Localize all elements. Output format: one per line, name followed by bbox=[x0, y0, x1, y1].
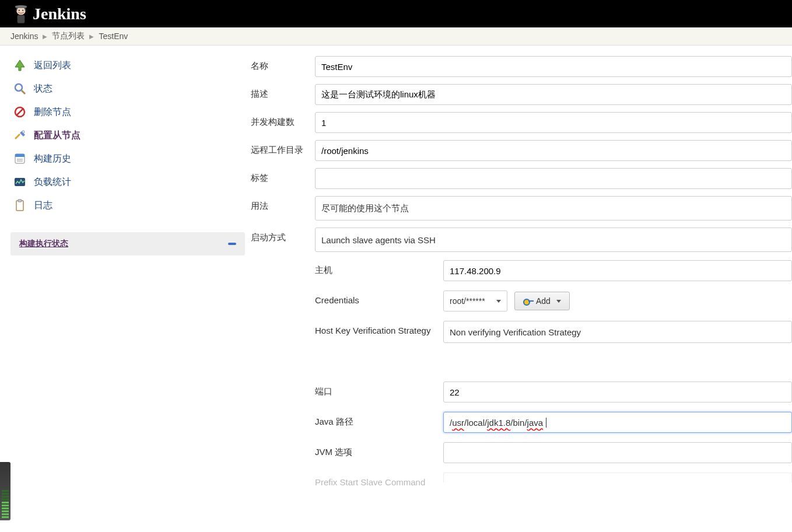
sidebar-item-label: 配置从节点 bbox=[34, 130, 80, 142]
executor-status-title: 构建执行状态 bbox=[19, 239, 68, 249]
sidebar: 返回列表 状态 删除节点 配置从节点 构建历史 负载统计 日志 构建执行状态 bbox=[0, 46, 251, 532]
label-host: 主机 bbox=[315, 260, 443, 276]
sidebar-item-configure[interactable]: 配置从节点 bbox=[10, 124, 245, 147]
monitor-icon bbox=[13, 175, 27, 189]
breadcrumb-item-nodes[interactable]: 节点列表 bbox=[52, 31, 85, 41]
name-input[interactable] bbox=[315, 56, 792, 77]
tags-input[interactable] bbox=[315, 168, 792, 189]
arrow-up-icon bbox=[13, 58, 27, 72]
java-path-input[interactable]: /usr/local/jdk1.8/bin/java bbox=[443, 412, 792, 433]
sidebar-item-back[interactable]: 返回列表 bbox=[10, 54, 245, 77]
usage-select[interactable]: 尽可能的使用这个节点 bbox=[315, 196, 792, 220]
launch-select-value: Launch slave agents via SSH bbox=[321, 235, 436, 245]
label-executors: 并发构建数 bbox=[251, 112, 315, 128]
text-cursor bbox=[544, 418, 546, 428]
sidebar-item-status[interactable]: 状态 bbox=[10, 77, 245, 100]
app-header: Jenkins bbox=[0, 0, 792, 27]
label-jvm-options: JVM 选项 bbox=[315, 442, 443, 458]
label-remote-root: 远程工作目录 bbox=[251, 140, 315, 156]
sidebar-item-label: 负载统计 bbox=[34, 176, 71, 188]
add-credentials-button[interactable]: Add bbox=[514, 292, 570, 310]
svg-line-9 bbox=[16, 108, 23, 116]
search-icon bbox=[13, 82, 27, 96]
label-tags: 标签 bbox=[251, 168, 315, 184]
label-usage: 用法 bbox=[251, 196, 315, 212]
label-credentials: Credentials bbox=[315, 290, 443, 305]
svg-rect-16 bbox=[16, 201, 23, 211]
label-launch: 启动方式 bbox=[251, 228, 315, 243]
svg-rect-17 bbox=[18, 200, 22, 202]
label-prefix-command: Prefix Start Slave Command bbox=[315, 473, 443, 487]
ssh-config-section: 主机 Credentials root/****** Add bbox=[315, 256, 792, 487]
credentials-select[interactable]: root/****** bbox=[443, 290, 507, 312]
remote-root-input[interactable] bbox=[315, 140, 792, 161]
chevron-right-icon: ▶ bbox=[43, 33, 47, 40]
clipboard-icon bbox=[13, 198, 27, 212]
tools-icon bbox=[13, 128, 27, 142]
label-port: 端口 bbox=[315, 382, 443, 397]
svg-line-7 bbox=[22, 90, 25, 94]
key-icon bbox=[523, 299, 532, 303]
label-java-path: Java 路径 bbox=[315, 412, 443, 428]
forbidden-icon bbox=[13, 105, 27, 119]
sidebar-item-log[interactable]: 日志 bbox=[10, 194, 245, 217]
description-input[interactable] bbox=[315, 84, 792, 105]
sidebar-item-label: 删除节点 bbox=[34, 106, 71, 118]
add-button-label: Add bbox=[536, 296, 551, 306]
sidebar-item-load[interactable]: 负载统计 bbox=[10, 170, 245, 194]
svg-point-5 bbox=[22, 9, 23, 10]
chevron-down-icon bbox=[496, 300, 501, 303]
collapse-icon[interactable] bbox=[228, 243, 236, 245]
credentials-select-value: root/****** bbox=[450, 296, 485, 306]
jvm-options-input[interactable] bbox=[443, 442, 792, 463]
breadcrumb-item-jenkins[interactable]: Jenkins bbox=[10, 32, 38, 41]
executor-status-panel[interactable]: 构建执行状态 bbox=[10, 232, 245, 256]
svg-point-2 bbox=[15, 5, 27, 8]
hostkey-select-value: Non verifying Verification Strategy bbox=[450, 327, 581, 337]
jenkins-logo[interactable]: Jenkins bbox=[12, 3, 86, 25]
svg-point-4 bbox=[19, 9, 20, 10]
feedback-widget[interactable] bbox=[0, 462, 10, 520]
svg-point-6 bbox=[15, 84, 22, 91]
host-input[interactable] bbox=[443, 260, 792, 281]
svg-point-10 bbox=[22, 131, 24, 133]
app-title: Jenkins bbox=[33, 5, 86, 23]
label-description: 描述 bbox=[251, 84, 315, 100]
launch-method-select[interactable]: Launch slave agents via SSH bbox=[315, 228, 792, 252]
port-input[interactable] bbox=[443, 382, 792, 402]
hostkey-strategy-select[interactable]: Non verifying Verification Strategy bbox=[443, 321, 792, 343]
label-hostkey-strategy: Host Key Verification Strategy bbox=[315, 321, 443, 335]
sidebar-item-label: 返回列表 bbox=[34, 60, 71, 72]
svg-rect-12 bbox=[15, 154, 24, 157]
label-name: 名称 bbox=[251, 56, 315, 72]
chevron-down-icon bbox=[556, 300, 561, 303]
chevron-right-icon: ▶ bbox=[89, 33, 94, 40]
executors-input[interactable] bbox=[315, 112, 792, 133]
usage-select-value: 尽可能的使用这个节点 bbox=[321, 203, 409, 214]
sidebar-item-label: 状态 bbox=[34, 83, 52, 95]
svg-rect-3 bbox=[17, 15, 25, 23]
history-icon bbox=[13, 152, 27, 166]
sidebar-item-delete[interactable]: 删除节点 bbox=[10, 100, 245, 124]
sidebar-item-label: 构建历史 bbox=[34, 153, 71, 165]
breadcrumb-item-testenv[interactable]: TestEnv bbox=[99, 32, 128, 41]
jenkins-icon bbox=[12, 3, 30, 25]
breadcrumb: Jenkins ▶ 节点列表 ▶ TestEnv bbox=[0, 27, 792, 46]
sidebar-item-history[interactable]: 构建历史 bbox=[10, 147, 245, 170]
prefix-command-input[interactable] bbox=[443, 473, 792, 482]
config-form: 名称 描述 并发构建数 远程工作目录 标签 用法 尽可能的使用这个节点 启动方式 bbox=[251, 46, 792, 532]
sidebar-item-label: 日志 bbox=[34, 200, 52, 212]
